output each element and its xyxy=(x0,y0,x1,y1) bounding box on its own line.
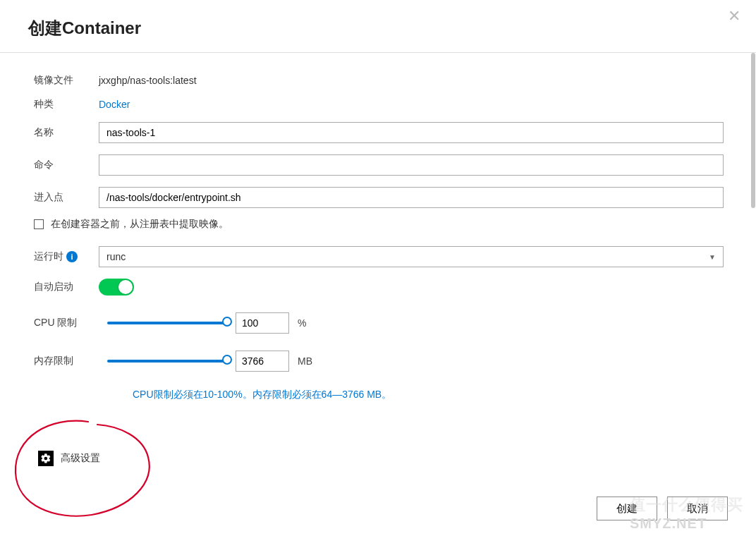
scrollbar[interactable] xyxy=(751,53,755,208)
command-label: 命令 xyxy=(34,159,99,171)
cpu-unit: % xyxy=(298,317,306,329)
close-icon[interactable]: ✕ xyxy=(728,8,740,24)
name-input[interactable] xyxy=(99,122,724,143)
type-value-link[interactable]: Docker xyxy=(99,99,728,110)
image-file-value: jxxghp/nas-tools:latest xyxy=(99,75,728,86)
pull-image-checkbox[interactable] xyxy=(34,219,44,229)
advanced-settings-button[interactable]: 高级设置 xyxy=(38,451,728,466)
entrypoint-input[interactable] xyxy=(99,187,724,208)
dialog-content: 镜像文件 jxxghp/nas-tools:latest 种类 Docker 名… xyxy=(0,53,756,488)
toggle-knob xyxy=(118,280,133,294)
memory-limit-input[interactable] xyxy=(236,351,289,372)
memory-limit-label: 内存限制 xyxy=(34,355,99,367)
runtime-value: runc xyxy=(106,251,126,262)
autostart-label: 自动启动 xyxy=(34,281,99,293)
image-file-label: 镜像文件 xyxy=(34,74,99,87)
cpu-limit-input[interactable] xyxy=(236,312,289,334)
gear-icon xyxy=(38,451,54,466)
pull-image-label: 在创建容器之前，从注册表中提取映像。 xyxy=(51,218,228,231)
command-input[interactable] xyxy=(99,154,724,176)
dropdown-icon: ▼ xyxy=(709,253,716,261)
type-label: 种类 xyxy=(34,98,99,111)
advanced-settings-label: 高级设置 xyxy=(61,452,100,465)
autostart-toggle[interactable] xyxy=(99,279,134,296)
runtime-label: 运行时 xyxy=(34,250,63,263)
watermark: 值一什么便得买 SMYZ.NET xyxy=(630,494,743,532)
dialog-header: 创建Container xyxy=(0,0,756,53)
dialog-title: 创建Container xyxy=(28,17,141,39)
entrypoint-label: 进入点 xyxy=(34,191,99,204)
watermark-faint: 值一什么便得买 xyxy=(630,494,743,516)
memory-limit-slider[interactable] xyxy=(107,360,227,363)
cpu-limit-slider[interactable] xyxy=(107,322,227,324)
memory-unit: MB xyxy=(298,355,312,367)
slider-thumb[interactable] xyxy=(222,317,232,327)
cpu-limit-label: CPU 限制 xyxy=(34,317,99,329)
runtime-select[interactable]: runc ▼ xyxy=(99,246,724,267)
slider-thumb[interactable] xyxy=(222,355,232,365)
name-label: 名称 xyxy=(34,126,99,139)
limits-hint: CPU限制必须在10-100%。内存限制必须在64—3766 MB。 xyxy=(133,389,728,401)
watermark-main: SMYZ.NET xyxy=(630,516,743,532)
info-icon[interactable]: i xyxy=(66,251,78,262)
